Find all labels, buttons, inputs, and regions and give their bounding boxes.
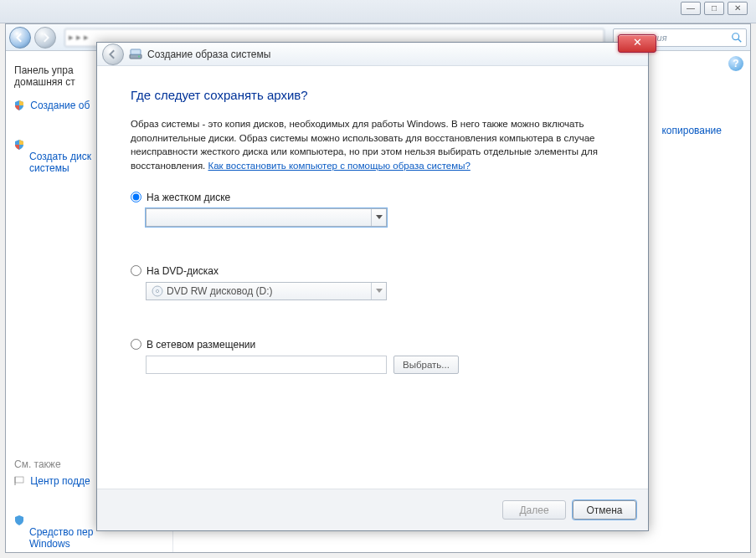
search-icon xyxy=(731,32,743,44)
option-network[interactable]: В сетевом размещении xyxy=(131,339,615,351)
system-image-wizard: ✕ Создание образа системы Где следует со… xyxy=(96,42,649,531)
option-hdd-label: На жестком диске xyxy=(147,192,230,203)
outer-min-button[interactable]: — xyxy=(681,2,701,15)
shield-icon xyxy=(14,504,24,514)
radio-network[interactable] xyxy=(131,339,141,350)
nav-back-button[interactable] xyxy=(9,27,31,49)
svg-rect-2 xyxy=(15,477,23,483)
option-hdd[interactable]: На жестком диске xyxy=(131,192,615,203)
outer-window-buttons: — □ ✕ xyxy=(681,2,748,15)
outer-max-button[interactable]: □ xyxy=(704,2,724,15)
disc-icon xyxy=(152,285,163,297)
shield-icon xyxy=(14,128,24,138)
svg-point-6 xyxy=(138,55,140,57)
cancel-button[interactable]: Отмена xyxy=(573,500,636,520)
dvd-combobox[interactable]: DVD RW дисковод (D:) xyxy=(146,282,387,300)
dvd-combo-value: DVD RW дисковод (D:) xyxy=(167,285,273,297)
option-dvd[interactable]: На DVD-дисках xyxy=(131,265,615,277)
help-link[interactable]: Как восстановить компьютер с помощью обр… xyxy=(208,161,471,171)
network-path-input[interactable] xyxy=(146,356,387,374)
outer-close-button[interactable]: ✕ xyxy=(728,2,748,15)
svg-line-1 xyxy=(738,38,742,42)
system-image-icon xyxy=(129,48,142,61)
nav-forward-button[interactable] xyxy=(34,27,56,49)
next-button[interactable]: Далее xyxy=(502,500,566,520)
hdd-combobox[interactable] xyxy=(146,208,387,227)
option-dvd-group: На DVD-дисках DVD RW дисковод (D:) xyxy=(131,265,615,300)
browse-button[interactable]: Выбрать... xyxy=(393,356,459,374)
radio-dvd[interactable] xyxy=(131,265,141,276)
svg-rect-5 xyxy=(131,49,141,54)
svg-point-0 xyxy=(733,33,739,39)
chevron-down-icon xyxy=(371,209,386,226)
wizard-content: Где следует сохранять архив? Образ систе… xyxy=(97,66,648,489)
wizard-titlebar: Создание образа системы xyxy=(97,43,648,66)
wizard-close-button[interactable]: ✕ xyxy=(618,34,656,53)
option-network-label: В сетевом размещении xyxy=(147,339,255,351)
wizard-footer: Далее Отмена xyxy=(97,489,648,530)
help-icon[interactable]: ? xyxy=(728,56,743,71)
svg-point-8 xyxy=(156,289,158,292)
flag-icon xyxy=(14,476,24,486)
option-hdd-group: На жестком диске xyxy=(131,192,615,227)
main-backup-link[interactable]: копирование xyxy=(661,125,722,136)
outer-titlebar: — □ ✕ xyxy=(0,0,756,23)
wizard-heading: Где следует сохранять архив? xyxy=(131,88,615,102)
option-network-group: В сетевом размещении Выбрать... xyxy=(131,339,615,374)
option-dvd-label: На DVD-дисках xyxy=(147,265,219,277)
wizard-title-text: Создание образа системы xyxy=(147,49,270,60)
wizard-description: Образ системы - это копия дисков, необхо… xyxy=(131,117,615,173)
shield-icon xyxy=(14,100,24,110)
chevron-down-icon xyxy=(371,283,386,299)
wizard-back-button[interactable] xyxy=(102,44,124,65)
radio-hdd[interactable] xyxy=(131,192,141,202)
